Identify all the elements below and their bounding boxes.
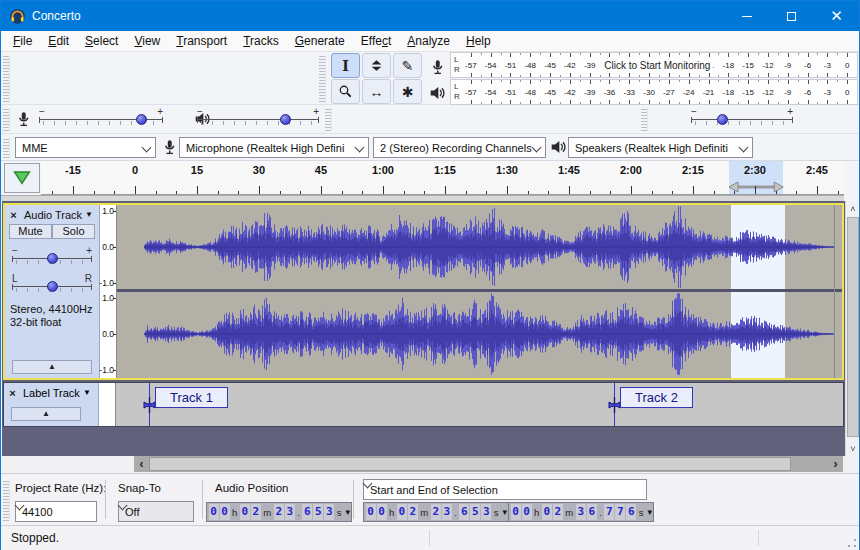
playback-volume-thumb[interactable] (280, 114, 291, 125)
selection-end-field[interactable]: 00h02m36.776s▾ (508, 502, 654, 522)
time-spinner-icon[interactable]: ▾ (344, 507, 351, 517)
time-digit[interactable]: 3 (324, 504, 334, 520)
snap-to-dropdown[interactable]: Off (118, 501, 194, 522)
record-meter-mic-icon[interactable] (429, 58, 446, 76)
resize-grip[interactable] (848, 539, 856, 547)
time-digit[interactable]: 6 (626, 504, 636, 520)
time-digit[interactable]: 2 (408, 504, 418, 520)
tools-toolbar-grip[interactable] (319, 55, 326, 102)
time-digit[interactable]: 2 (553, 504, 563, 520)
horizontal-scroll-thumb[interactable] (149, 457, 791, 471)
menu-item-select[interactable]: Select (77, 32, 126, 50)
play-speed-slider[interactable]: − + (691, 110, 793, 128)
time-spinner-icon[interactable]: ▾ (501, 507, 508, 517)
menu-item-file[interactable]: File (5, 32, 40, 50)
audio-host-dropdown[interactable]: MME (15, 137, 156, 158)
playback-meter[interactable]: L R -57-54-51-48-45-42-39-36-33-30-27-24… (450, 79, 858, 105)
time-digit[interactable]: 7 (615, 504, 625, 520)
track-collapse-button[interactable]: ▲ (11, 407, 81, 421)
playback-device-dropdown[interactable]: Speakers (Realtek High Definiti (568, 137, 753, 158)
label-text-box[interactable]: Track 1 (155, 387, 228, 408)
time-digit[interactable]: 5 (313, 504, 323, 520)
audio-track[interactable]: × Audio Track ▼ Mute Solo − + L R (3, 203, 844, 380)
selection-toolbar-grip[interactable] (3, 479, 10, 521)
envelope-tool-button[interactable] (362, 53, 391, 78)
monitoring-overlay-text[interactable]: Click to Start Monitoring (601, 60, 713, 71)
vertical-scrollbar[interactable]: ˄ ˅ (845, 201, 859, 456)
menu-item-help[interactable]: Help (458, 32, 499, 50)
draw-tool-button[interactable]: ✎ (393, 53, 422, 78)
time-digit[interactable]: 2 (431, 504, 441, 520)
transport-toolbar-grip[interactable] (3, 55, 10, 102)
time-digit[interactable]: 6 (587, 504, 597, 520)
time-digit[interactable]: 6 (459, 504, 469, 520)
vertical-scroll-thumb[interactable] (847, 217, 859, 437)
waveform-channel-left[interactable] (117, 205, 846, 289)
maximize-button[interactable] (769, 1, 814, 31)
time-digit[interactable]: 3 (285, 504, 295, 520)
time-digit[interactable]: 0 (377, 504, 387, 520)
track-title[interactable]: Label Track (23, 387, 80, 399)
play-at-speed-grip[interactable] (641, 108, 648, 131)
recording-device-dropdown[interactable]: Microphone (Realtek High Defini (179, 137, 369, 158)
track-menu-dropdown-icon[interactable]: ▼ (85, 210, 93, 219)
time-digit[interactable]: 0 (511, 504, 521, 520)
project-rate-dropdown[interactable]: 44100 (15, 501, 97, 522)
device-toolbar-grip[interactable] (3, 137, 10, 158)
titlebar[interactable]: Concerto ✕ (1, 1, 859, 31)
time-digit[interactable]: 3 (442, 504, 452, 520)
recording-channels-dropdown[interactable]: 2 (Stereo) Recording Channels (373, 137, 546, 158)
time-digit[interactable]: 5 (470, 504, 480, 520)
time-digit[interactable]: 0 (209, 504, 219, 520)
gain-thumb[interactable] (47, 253, 58, 264)
time-digit[interactable]: 2 (274, 504, 284, 520)
time-digit[interactable]: 6 (302, 504, 312, 520)
time-digit[interactable]: 0 (366, 504, 376, 520)
selection-start-field[interactable]: 00h02m23.653s▾ (363, 502, 509, 522)
pan-slider[interactable]: L R (12, 277, 92, 295)
empty-project-area[interactable] (3, 429, 844, 456)
edit-toolbar-grip[interactable] (325, 108, 332, 131)
waveform-display[interactable] (117, 205, 842, 378)
track-collapse-button[interactable]: ▲ (12, 360, 92, 374)
recording-meter[interactable]: L R -57-54-51-48-45-42-39-36-33-30-27-24… (450, 52, 858, 78)
time-spinner-icon[interactable]: ▾ (646, 507, 653, 517)
track-close-icon[interactable]: × (7, 209, 20, 221)
play-speed-thumb[interactable] (717, 114, 728, 125)
time-digit[interactable]: 2 (251, 504, 261, 520)
time-shift-tool-button[interactable]: ↔ (362, 79, 391, 104)
selection-mode-dropdown[interactable]: Start and End of Selection (363, 479, 647, 500)
track-title[interactable]: Audio Track (24, 209, 82, 221)
mixer-toolbar-grip[interactable] (3, 108, 10, 131)
time-digit[interactable]: 7 (604, 504, 614, 520)
audio-position-field[interactable]: 00h02m23.653s▾ (206, 502, 352, 522)
time-digit[interactable]: 0 (522, 504, 532, 520)
pan-thumb[interactable] (47, 281, 58, 292)
menu-item-tracks[interactable]: Tracks (235, 32, 287, 50)
horizontal-scrollbar[interactable]: ‹ › (134, 456, 843, 472)
vertical-scale-ruler[interactable]: 1.00.0-1.01.00.0-1.0 (100, 205, 117, 378)
gain-slider[interactable]: − + (12, 249, 92, 267)
recording-volume-thumb[interactable] (136, 114, 147, 125)
mute-button[interactable]: Mute (9, 224, 52, 239)
label-track[interactable]: × Label Track ▼ ▲ Track 1Track 2 (3, 382, 844, 427)
track-close-icon[interactable]: × (6, 387, 19, 399)
menu-item-analyze[interactable]: Analyze (399, 32, 458, 50)
playback-volume-slider[interactable]: − + (197, 110, 319, 128)
waveform-channel-right[interactable] (117, 292, 846, 376)
selection-tool-button[interactable]: I (331, 53, 360, 78)
track-area[interactable]: × Audio Track ▼ Mute Solo − + L R (2, 201, 846, 456)
menu-item-edit[interactable]: Edit (40, 32, 77, 50)
menu-item-transport[interactable]: Transport (168, 32, 235, 50)
time-digit[interactable]: 3 (481, 504, 491, 520)
track-menu-dropdown-icon[interactable]: ▼ (83, 388, 91, 397)
label-text-box[interactable]: Track 2 (620, 387, 693, 408)
time-digit[interactable]: 3 (576, 504, 586, 520)
time-digit[interactable]: 0 (542, 504, 552, 520)
multi-tool-button[interactable]: ✱ (393, 79, 422, 104)
time-digit[interactable]: 0 (220, 504, 230, 520)
menu-item-view[interactable]: View (126, 32, 168, 50)
solo-button[interactable]: Solo (52, 224, 95, 239)
scroll-right-icon[interactable]: › (828, 456, 843, 472)
recording-volume-slider[interactable]: − + (39, 110, 163, 128)
